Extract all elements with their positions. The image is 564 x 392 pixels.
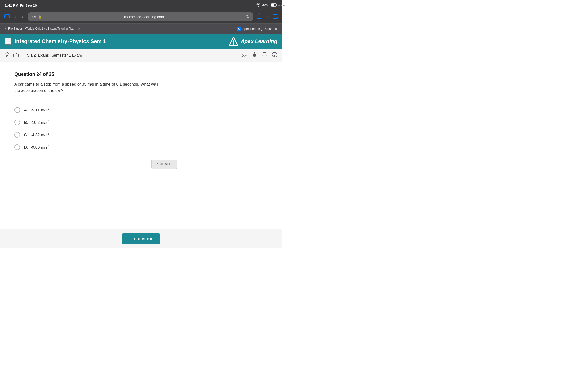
status-left: 1:42 PM Fri Sep 20: [5, 3, 37, 7]
option-b-label: B. -10.2 m/s2: [24, 120, 49, 125]
apex-tab-icon: A: [237, 27, 241, 31]
reload-button[interactable]: ↻: [246, 14, 250, 19]
option-d-label: D. -9.80 m/s2: [24, 145, 49, 150]
answer-options: A. -5.11 m/s2 B. -10.2 m/s2 C. -4.32 m/s…: [14, 107, 268, 150]
option-c-label: C. -4.32 m/s2: [24, 132, 49, 138]
tabs-button[interactable]: [273, 13, 278, 20]
breadcrumb-type: Exam:: [38, 53, 49, 57]
svg-rect-5: [5, 39, 11, 40]
option-c[interactable]: C. -4.32 m/s2: [14, 132, 268, 138]
svg-point-16: [275, 56, 275, 56]
new-tab-button[interactable]: +: [265, 13, 269, 21]
header-right: Apex Learning: [228, 36, 277, 47]
up-arrow-icon[interactable]: ↑: [22, 53, 24, 58]
tab-apex-label: Apex Learning - Courses: [242, 27, 277, 31]
time-display: 1:42 PM: [5, 3, 18, 7]
breadcrumb: 5.1.2 Exam: Semester 1 Exam: [27, 53, 82, 58]
aa-text[interactable]: AA: [31, 15, 36, 19]
filo-tab-icon: ✦: [4, 27, 7, 30]
apex-logo: Apex Learning: [228, 36, 277, 47]
option-d[interactable]: D. -9.80 m/s2: [14, 144, 268, 150]
svg-point-13: [254, 52, 255, 54]
submit-row: SUBMIT: [14, 160, 177, 169]
tab-apex[interactable]: A Apex Learning - Courses: [233, 25, 280, 33]
nav-right: 文A: [241, 52, 277, 59]
url-text: course.apexlearning.com: [44, 15, 244, 19]
footer: ← PREVIOUS: [0, 229, 282, 248]
browser-chrome: ‹ › AA 🔒 course.apexlearning.com ↻ +: [0, 11, 282, 24]
secondary-nav: ↑ 5.1.2 Exam: Semester 1 Exam 文A: [0, 49, 282, 62]
submit-button[interactable]: SUBMIT: [151, 160, 177, 169]
svg-rect-7: [5, 42, 11, 43]
date-display: Fri Sep 20: [20, 3, 37, 7]
main-content: Question 24 of 25 A car came to a stop f…: [0, 62, 282, 229]
radio-c[interactable]: [14, 132, 20, 138]
apex-logo-text: Apex Learning: [241, 38, 277, 44]
forward-button[interactable]: ›: [20, 14, 25, 20]
question-divider: [14, 100, 177, 100]
svg-rect-14: [263, 55, 266, 57]
share-button[interactable]: [256, 13, 262, 20]
svg-rect-2: [4, 14, 9, 18]
battery-icon: [271, 3, 277, 7]
svg-rect-6: [5, 40, 11, 41]
tab-filo-label: Filo Student: World's Only Live Instant …: [8, 27, 76, 30]
tab-filo[interactable]: ✦ Filo Student: World's Only Live Instan…: [2, 25, 83, 33]
radio-a[interactable]: [14, 107, 20, 113]
option-a[interactable]: A. -5.11 m/s2: [14, 107, 268, 113]
browser-actions: +: [256, 13, 278, 21]
breadcrumb-title: Semester 1 Exam: [51, 53, 82, 57]
prev-arrow-icon: ←: [128, 237, 132, 241]
lock-icon: 🔒: [38, 15, 42, 19]
option-a-label: A. -5.11 m/s2: [24, 107, 49, 112]
back-button[interactable]: ‹: [14, 14, 18, 20]
nav-left: ↑ 5.1.2 Exam: Semester 1 Exam: [5, 52, 82, 59]
battery-display: 40%: [262, 3, 269, 7]
header-left: Integrated Chemistry-Physics Sem 1: [5, 38, 106, 45]
svg-point-10: [233, 44, 234, 45]
previous-button[interactable]: ← PREVIOUS: [122, 233, 160, 244]
status-right: 40%: [256, 3, 277, 7]
accessibility-icon[interactable]: [252, 52, 257, 59]
home-icon[interactable]: [5, 52, 10, 59]
app-header: Integrated Chemistry-Physics Sem 1 Apex …: [0, 34, 282, 49]
wifi-icon: [256, 3, 261, 7]
radio-d[interactable]: [14, 144, 20, 150]
dots-icon: •••: [278, 3, 282, 8]
svg-rect-11: [14, 54, 18, 57]
print-icon[interactable]: [262, 52, 267, 59]
status-bar: 1:42 PM Fri Sep 20 ••• 40%: [0, 0, 282, 11]
tabs-bar: ✦ Filo Student: World's Only Live Instan…: [0, 24, 282, 34]
sidebar-toggle-button[interactable]: [4, 13, 10, 20]
briefcase-icon[interactable]: [14, 52, 19, 58]
option-b[interactable]: B. -10.2 m/s2: [14, 120, 268, 125]
question-header: Question 24 of 25: [14, 71, 268, 77]
translate-icon[interactable]: 文A: [241, 52, 247, 59]
radio-b[interactable]: [14, 120, 20, 125]
svg-rect-4: [273, 14, 277, 18]
browser-controls: ‹ ›: [14, 14, 25, 20]
apex-logo-icon: [228, 36, 239, 47]
question-text: A car came to a stop from a speed of 35 …: [14, 81, 163, 94]
tab-filo-close[interactable]: ✕: [78, 27, 81, 31]
breadcrumb-number: 5.1.2: [27, 53, 36, 57]
svg-text:文A: 文A: [241, 53, 247, 57]
course-title: Integrated Chemistry-Physics Sem 1: [15, 38, 106, 44]
prev-button-label: PREVIOUS: [134, 237, 154, 241]
hamburger-menu-button[interactable]: [5, 38, 11, 45]
help-icon[interactable]: [272, 52, 277, 59]
address-bar[interactable]: AA 🔒 course.apexlearning.com ↻: [28, 13, 253, 21]
svg-rect-1: [272, 4, 274, 6]
